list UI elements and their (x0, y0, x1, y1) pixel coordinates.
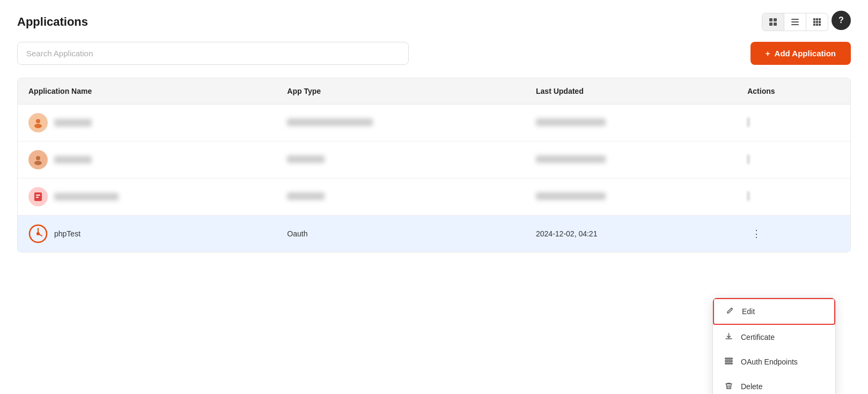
dropdown-item-certificate[interactable]: Certificate (713, 325, 835, 350)
endpoints-icon (724, 357, 733, 367)
help-icon-button[interactable]: ? (832, 11, 851, 30)
table-row (18, 142, 850, 179)
edit-icon (725, 307, 734, 316)
dropdown-item-oauth-label: OAuth Endpoints (741, 358, 798, 366)
svg-rect-21 (36, 195, 40, 196)
app-name-cell (28, 150, 266, 169)
avatar (28, 150, 48, 169)
svg-rect-4 (791, 19, 799, 20)
svg-rect-9 (819, 18, 821, 20)
app-type-blurred (287, 118, 373, 126)
app-name-cell: phpTest (28, 224, 266, 243)
svg-rect-28 (725, 361, 732, 362)
svg-rect-0 (769, 18, 773, 21)
last-updated: 2024-12-02, 04:21 (525, 215, 737, 252)
last-updated-blurred (536, 192, 606, 200)
svg-rect-3 (774, 23, 777, 26)
app-name-blurred (54, 156, 92, 163)
app-name-blurred (54, 193, 119, 200)
view-btn-table1[interactable] (762, 13, 784, 31)
add-application-button[interactable]: + Add Application (751, 42, 851, 65)
avatar (28, 224, 48, 243)
svg-rect-14 (816, 24, 818, 26)
svg-rect-29 (725, 363, 732, 364)
table-header-row: Application Name App Type Last Updated A… (18, 78, 850, 105)
svg-rect-2 (769, 23, 773, 26)
svg-rect-10 (813, 21, 815, 23)
actions-dropdown-menu: Edit Certificate (712, 298, 836, 394)
view-btn-table2[interactable] (784, 13, 806, 31)
svg-point-17 (34, 124, 42, 128)
svg-point-16 (36, 119, 40, 123)
svg-rect-5 (791, 21, 799, 23)
svg-rect-11 (816, 21, 818, 23)
help-icon: ? (838, 16, 844, 25)
avatar (28, 187, 48, 206)
dropdown-item-edit[interactable]: Edit (713, 298, 835, 325)
app-type-blurred (287, 155, 325, 163)
svg-rect-8 (816, 18, 818, 20)
app-type: Oauth (276, 215, 525, 252)
svg-point-19 (34, 161, 42, 165)
download-icon (724, 332, 733, 342)
page-title: Applications (17, 15, 88, 29)
app-type-blurred (287, 192, 325, 200)
plus-icon: + (766, 49, 770, 58)
col-header-app-type: App Type (276, 78, 525, 105)
table-row-phptest[interactable]: phpTest Oauth 2024-12-02, 04:21 ⋮ (18, 215, 850, 252)
actions-blurred (747, 117, 749, 127)
svg-point-18 (36, 156, 40, 160)
app-name-cell (28, 113, 266, 132)
svg-rect-1 (774, 18, 777, 21)
col-header-last-updated: Last Updated (525, 78, 737, 105)
table-row (18, 179, 850, 215)
svg-rect-6 (791, 24, 799, 25)
add-application-label: Add Application (775, 49, 836, 58)
svg-rect-7 (813, 18, 815, 20)
trash-icon (724, 382, 733, 391)
svg-rect-27 (725, 358, 732, 359)
app-name: phpTest (54, 229, 80, 238)
actions-blurred (747, 191, 749, 201)
svg-rect-12 (819, 21, 821, 23)
dropdown-item-oauth-endpoints[interactable]: OAuth Endpoints (713, 350, 835, 374)
dropdown-item-delete[interactable]: Delete (713, 374, 835, 394)
table-row (18, 105, 850, 142)
app-name-cell (28, 187, 266, 206)
view-toggle (762, 13, 828, 31)
last-updated-blurred (536, 118, 606, 126)
app-name-blurred (54, 119, 92, 127)
dropdown-item-delete-label: Delete (741, 382, 762, 391)
col-header-actions: Actions (737, 78, 850, 105)
svg-rect-13 (813, 24, 815, 26)
actions-blurred (747, 154, 749, 164)
avatar (28, 113, 48, 132)
dropdown-item-certificate-label: Certificate (741, 333, 775, 341)
svg-rect-15 (819, 24, 821, 26)
last-updated-blurred (536, 155, 606, 163)
col-header-app-name: Application Name (18, 78, 276, 105)
search-input[interactable] (17, 42, 409, 65)
actions-menu-button[interactable]: ⋮ (747, 226, 766, 242)
dropdown-item-edit-label: Edit (742, 307, 755, 316)
applications-table: Application Name App Type Last Updated A… (17, 78, 851, 252)
svg-rect-22 (36, 197, 39, 198)
view-btn-grid[interactable] (806, 13, 828, 31)
